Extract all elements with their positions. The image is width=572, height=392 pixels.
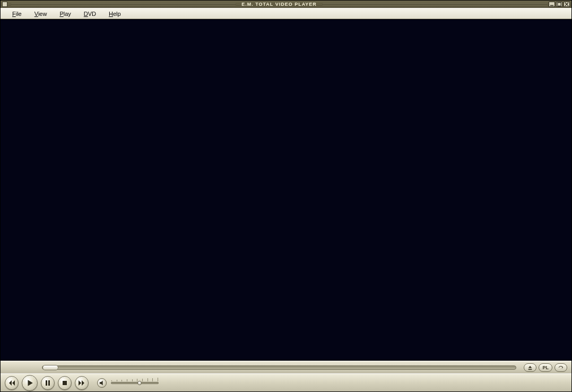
menu-play-label: lay bbox=[64, 11, 71, 17]
svg-rect-4 bbox=[63, 381, 67, 385]
title-bar: E.M. TOTAL VIDEO PLAYER bbox=[1, 1, 571, 8]
seek-slider[interactable] bbox=[42, 365, 516, 370]
repeat-button[interactable] bbox=[554, 363, 567, 372]
title-rail-right bbox=[322, 3, 548, 5]
volume-ticks bbox=[111, 378, 158, 381]
close-button[interactable] bbox=[564, 2, 570, 7]
playlist-button-label: PL bbox=[542, 365, 549, 370]
svg-rect-3 bbox=[48, 380, 50, 386]
seek-thumb[interactable] bbox=[42, 365, 58, 370]
svg-rect-2 bbox=[46, 380, 47, 386]
minimize-button[interactable] bbox=[549, 2, 555, 7]
menu-file-label: ile bbox=[16, 11, 22, 17]
pause-button[interactable] bbox=[41, 376, 55, 390]
play-button[interactable] bbox=[22, 375, 38, 391]
menu-help-label: elp bbox=[113, 11, 121, 17]
window-title: E.M. TOTAL VIDEO PLAYER bbox=[236, 2, 322, 7]
eject-button[interactable] bbox=[524, 363, 536, 372]
menu-bar: File View Play DVD Help bbox=[1, 8, 571, 19]
menu-view[interactable]: View bbox=[28, 10, 54, 18]
minimize-icon bbox=[550, 2, 554, 6]
title-rail-left bbox=[11, 3, 236, 5]
volume-slider[interactable] bbox=[111, 382, 159, 384]
menu-file[interactable]: File bbox=[6, 10, 28, 18]
eject-icon bbox=[527, 365, 533, 370]
previous-icon bbox=[8, 380, 15, 386]
menu-dvd-label: VD bbox=[88, 11, 96, 17]
stop-button[interactable] bbox=[58, 376, 72, 390]
close-icon bbox=[565, 2, 569, 6]
maximize-button[interactable] bbox=[556, 2, 562, 7]
menu-dvd[interactable]: DVD bbox=[77, 10, 102, 18]
speaker-icon bbox=[99, 380, 105, 386]
menu-help[interactable]: Help bbox=[102, 10, 127, 18]
svg-rect-1 bbox=[558, 3, 561, 6]
video-canvas[interactable] bbox=[1, 19, 571, 361]
svg-rect-0 bbox=[550, 5, 553, 6]
menu-play[interactable]: Play bbox=[53, 10, 77, 18]
maximize-icon bbox=[557, 2, 561, 6]
play-icon bbox=[26, 379, 33, 387]
mute-button[interactable] bbox=[97, 378, 107, 388]
repeat-icon bbox=[558, 365, 564, 370]
playlist-button[interactable]: PL bbox=[539, 363, 552, 372]
next-icon bbox=[79, 380, 85, 386]
control-bar bbox=[1, 373, 571, 391]
pause-icon bbox=[45, 380, 51, 386]
next-button[interactable] bbox=[75, 376, 89, 390]
system-menu-icon[interactable] bbox=[2, 2, 7, 7]
volume-thumb[interactable] bbox=[137, 381, 142, 385]
stop-icon bbox=[62, 380, 68, 386]
seek-bar-row: PL bbox=[1, 361, 571, 373]
previous-button[interactable] bbox=[5, 376, 19, 390]
menu-view-label: iew bbox=[38, 11, 47, 17]
